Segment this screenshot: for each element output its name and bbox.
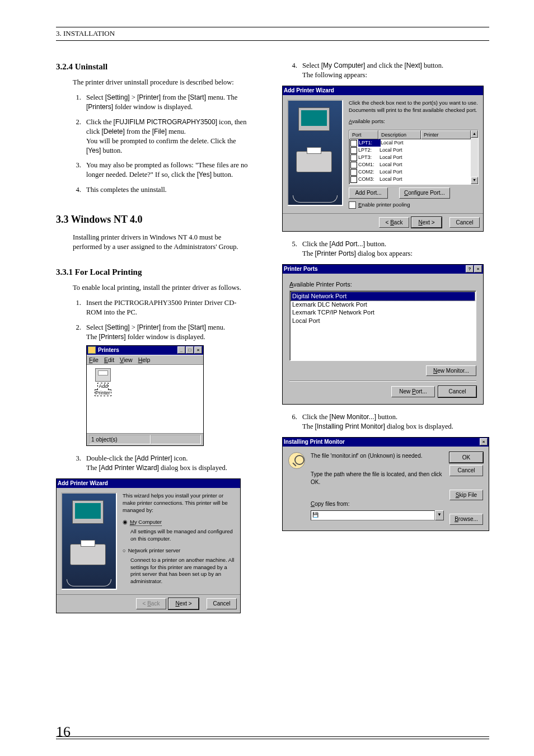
window-title: Printer Ports (284, 265, 318, 273)
radio-my-computer[interactable]: ◉ My Computer (123, 519, 236, 527)
add-printer-wizard-2: Add Printer Wizard Click the check box n… (282, 86, 484, 232)
list-item[interactable]: Lexmark TCP/IP Network Port (291, 308, 475, 317)
window-title: Add Printer Wizard (58, 480, 108, 487)
wizard-graphic (287, 100, 343, 206)
menu-help[interactable]: Help (138, 356, 151, 364)
add-printer-label: Add Printer (95, 383, 111, 396)
cancel-button[interactable]: Cancel (207, 598, 237, 609)
steps-3-3-1: Insert the PICTROGRAPHY3500 Printer Driv… (56, 298, 252, 473)
scroll-up-icon[interactable]: ▲ (471, 130, 478, 138)
scrollbar[interactable]: ▲ ▼ (471, 130, 478, 184)
port-row[interactable]: LPT2:Local Port (349, 147, 471, 154)
heading-3-3-1: 3.3.1 For Local Printing (56, 266, 252, 278)
close-button[interactable]: × (474, 265, 482, 273)
radio-desc: All settings will be managed and configu… (130, 528, 236, 543)
msg2: Type the path where the file is located,… (311, 471, 444, 486)
msg1: The file 'monitor.inf' on (Unknown) is n… (311, 452, 444, 460)
window-title: Printers (98, 346, 119, 354)
explorer-area: Add Printer (87, 365, 203, 433)
cancel-button[interactable]: Cancel (438, 386, 476, 397)
scroll-down-icon[interactable]: ▼ (471, 177, 478, 184)
titlebar: Installing Print Monitor × (283, 438, 489, 447)
browse-button[interactable]: Browse... (449, 514, 483, 525)
configure-port-button[interactable]: Configure Port... (399, 187, 450, 199)
status-text: 1 object(s) (89, 435, 151, 445)
available-label: Available Printer Ports: (289, 280, 476, 289)
wizard-graphic (61, 492, 117, 590)
cancel-button[interactable]: Cancel (449, 217, 480, 228)
enable-pooling-checkbox[interactable]: Enable printer pooling (349, 201, 479, 209)
radio-label: Network printer server (128, 547, 180, 555)
window-title: Add Printer Wizard (284, 87, 334, 95)
radio-network[interactable]: ○ Network printer server (123, 547, 236, 555)
ports-listbox[interactable]: Digital Network Port Lexmark DLC Network… (289, 290, 476, 361)
cancel-button[interactable]: Cancel (449, 465, 483, 476)
minimize-button[interactable]: _ (177, 346, 185, 354)
port-row[interactable]: LPT1:Local Port (349, 139, 471, 147)
printer-icon (95, 368, 111, 382)
help-button[interactable]: ? (466, 265, 474, 273)
step: Insert the PICTROGRAPHY3500 Printer Driv… (83, 298, 252, 317)
ports-header: Port Description Printer (349, 130, 471, 139)
titlebar: Printers _ □ × (87, 346, 203, 355)
menu-view[interactable]: View (120, 356, 133, 364)
titlebar: Add Printer Wizard (283, 86, 483, 95)
step: You may also be prompted as follows: "Th… (83, 161, 252, 180)
port-row[interactable]: COM1:Local Port (349, 161, 471, 168)
dropdown-arrow-icon[interactable]: ▼ (435, 510, 444, 520)
menu-file[interactable]: File (89, 356, 99, 364)
wizard-text: Click the check box next to the port(s) … (349, 100, 479, 114)
intro-3-3: Installing printer drivers in Windows NT… (73, 233, 252, 252)
list-item[interactable]: Local Port (291, 317, 475, 325)
ok-button[interactable]: OK (449, 452, 483, 463)
installing-print-monitor-dialog: Installing Print Monitor × The file 'mon… (282, 437, 489, 531)
add-port-button[interactable]: Add Port... (349, 187, 388, 199)
add-printer-wizard-1: Add Printer Wizard This wizard helps you… (56, 478, 241, 613)
port-row[interactable]: COM2:Local Port (349, 168, 471, 176)
status-bar: 1 object(s) (87, 433, 203, 446)
status-spacer (151, 435, 201, 445)
menu-bar: File Edit View Help (87, 355, 203, 365)
new-monitor-button[interactable]: New Monitor... (426, 365, 476, 377)
port-row[interactable]: LPT3:Local Port (349, 154, 471, 161)
page-number: 16 (56, 724, 71, 740)
next-button[interactable]: Next > (411, 217, 442, 228)
step: Select [Setting] > [Printer] from the [S… (83, 93, 252, 112)
skip-file-button[interactable]: Skip File (449, 490, 483, 501)
step: Click the [Add Port...] button. The [Pri… (299, 240, 489, 259)
steps-right-5: Click the [Add Port...] button. The [Pri… (272, 240, 489, 259)
step: This completes the uninstall. (83, 185, 252, 195)
page-footer: 16 (56, 736, 489, 739)
intro-3-2-4: The printer driver uninstall procedure i… (73, 78, 252, 87)
step: Select [My Computer] and click the [Next… (299, 61, 489, 80)
add-printer-item[interactable]: Add Printer (90, 368, 116, 396)
titlebar: Add Printer Wizard (57, 479, 240, 488)
close-button[interactable]: × (480, 438, 488, 445)
radio-label: My Computer (130, 519, 162, 527)
radio-icon: ◉ (123, 519, 128, 526)
back-button[interactable]: < Back (379, 217, 409, 228)
next-button[interactable]: Next > (168, 598, 199, 609)
titlebar: Printer Ports ? × (283, 265, 483, 274)
heading-3-2-4: 3.2.4 Uninstall (56, 61, 252, 72)
list-item[interactable]: Digital Network Port (291, 292, 475, 300)
port-row[interactable]: COM3:Local Port (349, 176, 471, 183)
floppy-icon: 💾 (312, 511, 318, 518)
new-port-button[interactable]: New Port... (391, 386, 435, 397)
list-item[interactable]: Lexmark DLC Network Port (291, 300, 475, 309)
maximize-button[interactable]: □ (186, 346, 194, 354)
path-combo[interactable]: 💾 ▼ (311, 510, 444, 520)
printer-ports-dialog: Printer Ports ? × Available Printer Port… (282, 264, 484, 405)
window-title: Installing Print Monitor (284, 438, 345, 446)
folder-icon (88, 346, 96, 354)
menu-edit[interactable]: Edit (104, 356, 114, 364)
running-header: 3. INSTALLATION (56, 29, 115, 38)
radio-desc: Connect to a printer on another machine.… (130, 557, 236, 585)
close-button[interactable]: × (194, 346, 202, 354)
search-icon (288, 452, 305, 469)
step: Click the [FUJIFILM PICTROGRAPHY3500] ic… (83, 118, 252, 156)
step: Click the [New Monitor...] button. The [… (299, 412, 489, 431)
ports-list[interactable]: Port Description Printer LPT1:Local Port… (349, 130, 479, 185)
step: Double-click the [Add Printer] icon. The… (83, 454, 252, 473)
copy-from-label: Copy files from: (311, 500, 444, 508)
